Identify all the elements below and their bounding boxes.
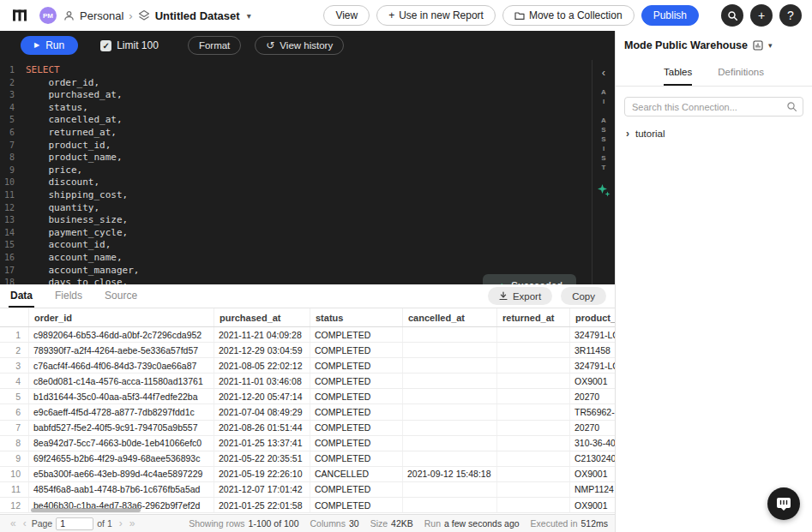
cell-product_id[interactable]: TR56962-LC: [570, 404, 615, 419]
code-line[interactable]: 6 returned_at,: [0, 127, 615, 140]
schema-item-tutorial[interactable]: › tutorial: [616, 117, 812, 139]
cell-product_id[interactable]: 3R11458: [570, 343, 615, 357]
cell-cancelled_at[interactable]: [403, 482, 497, 497]
mode-logo-icon[interactable]: [10, 6, 29, 25]
prev-page-button[interactable]: ‹: [20, 518, 30, 529]
cell-purchased_at[interactable]: 2021-12-20 05:47:14: [214, 389, 310, 403]
avatar[interactable]: PM: [39, 7, 57, 24]
cell-order_id[interactable]: 8ea942d7-5cc7-4663-b0de-1eb41066efc0: [29, 436, 214, 451]
cell-order_id[interactable]: 789390f7-a2f4-4264-aebe-5e336a57fd57: [29, 343, 214, 357]
use-in-new-report-button[interactable]: + Use in new Report: [376, 5, 496, 26]
cell-returned_at[interactable]: [497, 389, 570, 403]
cell-product_id[interactable]: 324791-LQC: [570, 327, 615, 342]
cell-product_id[interactable]: 20270: [570, 421, 615, 435]
cell-status[interactable]: COMPLETED: [310, 404, 403, 419]
cell-product_id[interactable]: OX9001: [570, 467, 615, 481]
cell-cancelled_at[interactable]: [403, 421, 497, 435]
column-header-purchased_at[interactable]: purchased_at: [214, 308, 310, 326]
column-header-status[interactable]: status: [310, 308, 403, 326]
collapse-chevron-icon[interactable]: ‹: [602, 67, 605, 78]
cell-product_id[interactable]: C2130240S: [570, 451, 615, 466]
cell-order_id[interactable]: c76acf4f-466d-4f06-84d3-739c0ae66a87: [29, 358, 214, 373]
code-line[interactable]: 9 price,: [0, 164, 615, 177]
cell-product_id[interactable]: 324791-LQC: [570, 358, 615, 373]
cell-purchased_at[interactable]: 2021-11-21 04:09:28: [214, 327, 310, 342]
table-row[interactable]: 1c9892064-6b53-46dd-a0bf-2c7296cda952202…: [0, 327, 615, 343]
cell-purchased_at[interactable]: 2021-05-22 20:35:51: [214, 451, 310, 466]
export-button[interactable]: Export: [488, 287, 552, 305]
sql-code-area[interactable]: 1SELECT2 order_id,3 purchased_at,4 statu…: [0, 60, 615, 284]
cell-status[interactable]: COMPLETED: [310, 421, 403, 435]
cell-order_id[interactable]: c8e0d081-c14a-4576-acca-11580ad13761: [29, 374, 214, 388]
cell-purchased_at[interactable]: 2021-08-26 01:51:44: [214, 421, 310, 435]
cell-order_id[interactable]: e9c6aeff-4f5d-4728-a877-7db8297fdd1c: [29, 404, 214, 419]
cell-product_id[interactable]: NMP1124: [570, 482, 615, 497]
cell-purchased_at[interactable]: 2021-11-01 03:46:08: [214, 374, 310, 388]
tab-fields[interactable]: Fields: [53, 284, 84, 308]
search-input[interactable]: [624, 97, 803, 117]
first-page-button[interactable]: «: [7, 518, 20, 529]
move-to-collection-button[interactable]: Move to a Collection: [502, 5, 635, 26]
cell-status[interactable]: COMPLETED: [310, 436, 403, 451]
cell-returned_at[interactable]: [497, 436, 570, 451]
cell-cancelled_at[interactable]: [403, 389, 497, 403]
code-line[interactable]: 8 product_name,: [0, 152, 615, 164]
cell-order_id[interactable]: 69f24655-b2b6-4f29-a949-68aee536893c: [29, 451, 214, 466]
cell-returned_at[interactable]: [497, 498, 570, 512]
cell-product_id[interactable]: 310-36-40: [570, 436, 615, 451]
cell-cancelled_at[interactable]: [403, 343, 497, 357]
cell-cancelled_at[interactable]: [403, 436, 497, 451]
tab-source[interactable]: Source: [103, 284, 139, 308]
cell-returned_at[interactable]: [497, 451, 570, 466]
code-line[interactable]: 14 payment_cycle,: [0, 227, 615, 240]
last-page-button[interactable]: »: [126, 518, 139, 529]
cell-returned_at[interactable]: [497, 482, 570, 497]
code-line[interactable]: 1SELECT: [0, 64, 615, 77]
cell-order_id[interactable]: c9892064-6b53-46dd-a0bf-2c7296cda952: [29, 327, 214, 342]
code-line[interactable]: 5 cancelled_at,: [0, 114, 615, 127]
cell-returned_at[interactable]: [497, 467, 570, 481]
code-line[interactable]: 4 status,: [0, 102, 615, 115]
table-row[interactable]: 969f24655-b2b6-4f29-a949-68aee536893c202…: [0, 451, 615, 467]
search-button[interactable]: [721, 4, 743, 27]
cell-order_id[interactable]: e5ba300f-ae66-43eb-899d-4c4ae5897229: [29, 467, 214, 481]
cell-status[interactable]: COMPLETED: [310, 498, 403, 512]
cell-purchased_at[interactable]: 2021-12-07 17:01:42: [214, 482, 310, 497]
tab-definitions[interactable]: Definitions: [718, 60, 764, 86]
cell-status[interactable]: CANCELLED: [310, 467, 403, 481]
cell-cancelled_at[interactable]: [403, 358, 497, 373]
cell-returned_at[interactable]: [497, 374, 570, 388]
title-caret-icon[interactable]: ▾: [247, 11, 251, 21]
view-button[interactable]: View: [323, 5, 370, 26]
cell-cancelled_at[interactable]: [403, 498, 497, 512]
cell-purchased_at[interactable]: 2021-01-25 22:01:58: [214, 498, 310, 512]
add-button[interactable]: +: [750, 4, 773, 27]
cell-status[interactable]: COMPLETED: [310, 327, 403, 342]
code-line[interactable]: 7 product_id,: [0, 140, 615, 152]
table-row[interactable]: 5b1d31644-35c0-40aa-a5f3-44f7edfe22ba202…: [0, 389, 615, 404]
table-row[interactable]: 114854f6a8-aab1-4748-b7b6-1c676fb5a5ad20…: [0, 482, 615, 498]
cell-purchased_at[interactable]: 2021-07-04 08:49:29: [214, 404, 310, 419]
tab-data[interactable]: Data: [9, 284, 34, 308]
limit-checkbox[interactable]: ✓ Limit 100: [100, 39, 159, 51]
cell-purchased_at[interactable]: 2021-01-25 13:37:41: [214, 436, 310, 451]
cell-order_id[interactable]: babfd527-f5e2-40f5-9c91-794705a9b557: [29, 421, 214, 435]
chat-button[interactable]: [767, 487, 800, 520]
cell-returned_at[interactable]: [497, 358, 570, 373]
code-line[interactable]: 13 business_size,: [0, 214, 615, 227]
next-page-button[interactable]: ›: [116, 518, 126, 529]
cell-cancelled_at[interactable]: [403, 327, 497, 342]
code-line[interactable]: 10 discount,: [0, 176, 615, 189]
format-button[interactable]: Format: [188, 36, 241, 55]
column-header-product_id[interactable]: product_id: [570, 308, 615, 326]
cell-returned_at[interactable]: [497, 327, 570, 342]
workspace-link[interactable]: Personal: [80, 9, 123, 22]
cell-status[interactable]: COMPLETED: [310, 358, 403, 373]
publish-button[interactable]: Publish: [641, 5, 699, 26]
tab-tables[interactable]: Tables: [664, 60, 692, 86]
table-row[interactable]: 2789390f7-a2f4-4264-aebe-5e336a57fd57202…: [0, 343, 615, 358]
cell-order_id[interactable]: 4854f6a8-aab1-4748-b7b6-1c676fb5a5ad: [29, 482, 214, 497]
cell-cancelled_at[interactable]: [403, 451, 497, 466]
cell-status[interactable]: COMPLETED: [310, 374, 403, 388]
cell-purchased_at[interactable]: 2021-05-19 22:26:10: [214, 467, 310, 481]
